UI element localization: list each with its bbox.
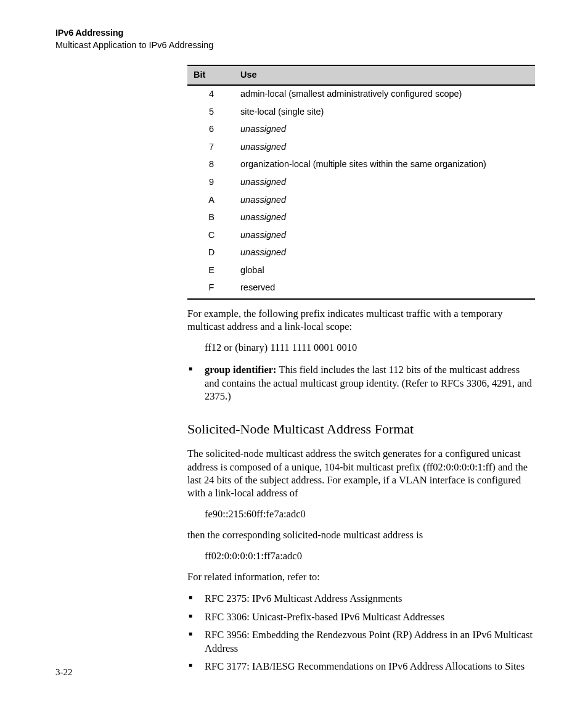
code-line-ff02: ff02:0:0:0:0:1:ff7a:adc0 — [205, 549, 535, 563]
table-cell-use: site-local (single site) — [234, 103, 535, 121]
page: IPv6 Addressing Multicast Application to… — [0, 0, 588, 706]
page-number: 3-22 — [55, 667, 73, 678]
list-item: RFC 2375: IPv6 Multicast Address Assignm… — [187, 592, 535, 605]
table-cell-use: global — [234, 261, 535, 279]
table-cell-use: organization-local (multiple sites withi… — [234, 156, 535, 174]
table-body: 4admin-local (smallest administratively … — [187, 85, 535, 299]
table-cell-use: unassigned — [234, 174, 535, 192]
header-subtitle: Multicast Application to IPv6 Addressing — [55, 39, 533, 52]
paragraph-related: For related information, refer to: — [187, 570, 535, 583]
bit-use-table: Bit Use 4admin-local (smallest administr… — [187, 65, 535, 300]
paragraph-example: For example, the following prefix indica… — [187, 307, 535, 334]
table-cell-bit: 9 — [187, 174, 234, 192]
table-row: Freserved — [187, 279, 535, 299]
paragraph-solicited: The solicited-node multicast address the… — [187, 447, 535, 500]
bullet-group-label: group identifier: — [205, 364, 277, 376]
table-row: Bunassigned — [187, 209, 535, 227]
section-heading: Solicited-Node Multicast Address Format — [187, 420, 535, 438]
table-cell-bit: 8 — [187, 156, 234, 174]
table-row: Cunassigned — [187, 226, 535, 244]
table-cell-use: unassigned — [234, 121, 535, 139]
table-cell-use: unassigned — [234, 209, 535, 227]
table-row: 9unassigned — [187, 174, 535, 192]
header-title: IPv6 Addressing — [55, 27, 533, 39]
list-item: RFC 3956: Embedding the Rendezvous Point… — [187, 628, 535, 655]
table-cell-bit: E — [187, 261, 234, 279]
table-cell-bit: A — [187, 191, 234, 209]
bullet-group-identifier: group identifier: This field includes th… — [187, 363, 535, 403]
table-cell-use: unassigned — [234, 138, 535, 156]
code-line-fe90: fe90::215:60ff:fe7a:adc0 — [205, 507, 535, 521]
rfc-list: RFC 2375: IPv6 Multicast Address Assignm… — [187, 592, 535, 673]
table-cell-use: unassigned — [234, 191, 535, 209]
list-item: RFC 3177: IAB/IESG Recommendations on IP… — [187, 660, 535, 673]
table-cell-use: unassigned — [234, 226, 535, 244]
list-item: RFC 3306: Unicast-Prefix-based IPv6 Mult… — [187, 610, 535, 623]
table-cell-use: unassigned — [234, 244, 535, 262]
table-row: Dunassigned — [187, 244, 535, 262]
table-cell-bit: D — [187, 244, 234, 262]
table-row: 6unassigned — [187, 121, 535, 139]
table-row: 5site-local (single site) — [187, 103, 535, 121]
table-row: 4admin-local (smallest administratively … — [187, 85, 535, 104]
table-cell-bit: 7 — [187, 138, 234, 156]
table-cell-bit: C — [187, 226, 234, 244]
table-row: 8organization-local (multiple sites with… — [187, 156, 535, 174]
content-column: Bit Use 4admin-local (smallest administr… — [187, 65, 535, 673]
table-cell-bit: 5 — [187, 103, 234, 121]
table-cell-bit: 4 — [187, 85, 234, 104]
table-cell-use: reserved — [234, 279, 535, 299]
table-header-bit: Bit — [187, 65, 234, 85]
bullet-list-group: group identifier: This field includes th… — [187, 363, 535, 403]
code-line-ff12: ff12 or (binary) 1111 1111 0001 0010 — [205, 341, 535, 355]
table-row: Eglobal — [187, 261, 535, 279]
table-cell-bit: B — [187, 209, 234, 227]
table-cell-use: admin-local (smallest administratively c… — [234, 85, 535, 104]
table-header-use: Use — [234, 65, 535, 85]
running-header: IPv6 Addressing Multicast Application to… — [55, 27, 533, 51]
paragraph-then: then the corresponding solicited-node mu… — [187, 528, 535, 541]
table-cell-bit: F — [187, 279, 234, 299]
table-cell-bit: 6 — [187, 121, 234, 139]
table-row: Aunassigned — [187, 191, 535, 209]
table-row: 7unassigned — [187, 138, 535, 156]
